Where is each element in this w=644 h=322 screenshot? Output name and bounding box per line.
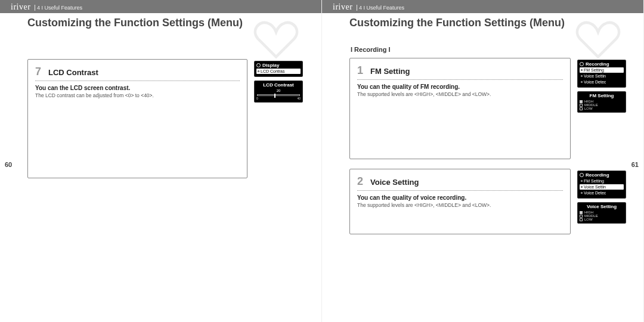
dot-icon (581, 192, 583, 194)
step-number: 7 (35, 66, 48, 78)
dot-icon (581, 180, 583, 182)
slider (257, 94, 300, 96)
radio-icon (580, 107, 583, 110)
device-screens: Recording FM Setting Voice Settin Voice … (572, 171, 626, 224)
breadcrumb: 4 I Useful Features (37, 5, 82, 11)
block-lcd-contrast: 7 LCD Contrast You can the LCD screen co… (27, 59, 247, 178)
page-left: iriver | 4 I Useful Features Customizing… (0, 0, 322, 322)
brand: iriver (333, 2, 352, 12)
page-title: Customizing the Function Settings (Menu) (0, 13, 321, 35)
dot-icon (581, 75, 583, 77)
step-number: 2 (357, 175, 370, 188)
topbar: iriver | 4 I Useful Features (0, 0, 321, 13)
gear-icon (256, 63, 261, 67)
device-fm-options: FM Setting HIGH MIDDLE LOW (577, 91, 626, 113)
gear-icon (580, 62, 584, 66)
topbar: iriver | 4 I Useful Features (322, 0, 643, 13)
step-number: 1 (357, 64, 370, 77)
brand: iriver (11, 2, 30, 12)
device-voice-options: Voice Setting HIGH MIDDLE LOW (577, 202, 626, 224)
page-right: iriver | 4 I Useful Features Customizing… (322, 0, 644, 322)
block-fine: The LCD contrast can be adjusted from <0… (35, 92, 240, 99)
device-screens: Display LCD Contras LCD Contrast 20 040 (249, 61, 303, 103)
dot-icon (258, 70, 259, 72)
radio-icon (580, 104, 583, 107)
radio-icon (580, 215, 583, 218)
device-recording-menu: Recording FM Setting Voice Settin Voice … (577, 171, 626, 199)
device-screens: Recording FM Setting Voice Settin Voice … (572, 60, 626, 113)
dot-icon (581, 186, 583, 188)
block-title: Voice Setting (370, 178, 419, 187)
section-label: I Recording I (351, 46, 571, 53)
dot-icon (581, 81, 583, 83)
radio-icon (580, 211, 583, 214)
block-title: LCD Contrast (48, 68, 98, 77)
block-fine: The supported levels are <HIGH>, <MIDDLE… (357, 91, 563, 98)
block-voice-setting: 2 Voice Setting You can the quality of v… (349, 169, 571, 234)
radio-icon (580, 218, 583, 221)
block-fm-setting: 1 FM Setting You can the quality of FM r… (349, 58, 571, 159)
block-fine: The supported levels are <HIGH>, <MIDDLE… (357, 202, 563, 209)
device-lcd-slider: LCD Contrast 20 040 (254, 80, 303, 103)
radio-icon (580, 100, 583, 103)
breadcrumb: 4 I Useful Features (359, 5, 404, 11)
device-display-menu: Display LCD Contras (254, 61, 303, 77)
dot-icon (581, 69, 583, 71)
block-lead: You can the LCD screen contrast. (35, 85, 240, 91)
gear-icon (580, 173, 584, 177)
block-lead: You can the quality of FM recording. (357, 83, 563, 90)
device-recording-menu: Recording FM Setting Voice Settin Voice … (577, 60, 626, 88)
block-lead: You can the quality of voice recording. (357, 194, 563, 201)
block-title: FM Setting (370, 67, 410, 76)
page-title: Customizing the Function Settings (Menu) (322, 13, 643, 35)
